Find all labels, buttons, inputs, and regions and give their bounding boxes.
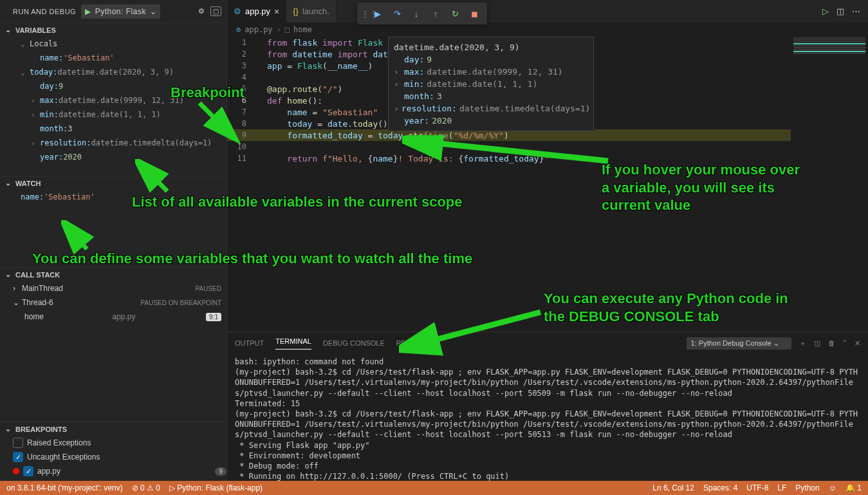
status-encoding[interactable]: UTF-8: [746, 483, 768, 492]
new-terminal-icon[interactable]: ＋: [799, 339, 806, 348]
editor-tab[interactable]: {}launch.: [286, 0, 337, 23]
chevron-down-icon: ⌄: [3, 26, 13, 34]
close-icon[interactable]: ×: [274, 7, 279, 16]
restart-button[interactable]: ↻: [446, 5, 464, 22]
breakpoint-row[interactable]: Raised Exceptions: [0, 436, 226, 450]
terminal-selector[interactable]: 1: Python Debug Console ⌄: [687, 337, 791, 350]
watch-title: WATCH: [15, 180, 41, 187]
line-number[interactable]: 5: [227, 84, 253, 93]
breakpoints-section[interactable]: ⌄ BREAKPOINTS: [0, 422, 226, 436]
breakpoint-dot-icon: [13, 468, 19, 474]
variable-row[interactable]: day: 9: [0, 79, 226, 93]
variable-row[interactable]: ›resolution: datetime.timedelta(days=1): [0, 136, 226, 150]
status-feedback-icon[interactable]: ☺: [829, 483, 836, 492]
gear-icon[interactable]: ⚙: [198, 7, 205, 15]
variable-row[interactable]: name: 'Sebastian': [0, 51, 226, 65]
line-number[interactable]: 4: [227, 73, 253, 82]
breakpoint-row[interactable]: ✓Uncaught Exceptions: [0, 450, 226, 464]
panel-tab[interactable]: OUTPUT: [235, 339, 264, 347]
breadcrumb[interactable]: ⚙ app.py › ⬚ home: [227, 23, 868, 37]
callstack-title: CALL STACK: [15, 271, 60, 279]
tab-label: launch.: [302, 6, 329, 16]
breadcrumb-file[interactable]: app.py: [245, 25, 272, 34]
status-notifications-icon[interactable]: 🔔 1: [845, 483, 862, 492]
debug-toolbar[interactable]: ⋮⋮ ▶ ↷ ↓ ↑ ↻ ◼: [357, 3, 487, 24]
callstack-row[interactable]: homeapp.py 9:1: [0, 310, 226, 324]
variable-row[interactable]: ›max: datetime.date(9999, 12, 31): [0, 93, 226, 107]
status-indent[interactable]: Spaces: 4: [703, 483, 737, 492]
status-python-env[interactable]: on 3.8.1 64-bit ('my-project': venv): [6, 483, 123, 492]
chevron-down-icon: ⌄: [150, 7, 157, 16]
more-icon[interactable]: ⋯: [852, 6, 860, 16]
line-number[interactable]: 3: [227, 61, 253, 70]
panel-tab[interactable]: TERMINAL: [275, 337, 311, 350]
watch-row[interactable]: name: 'Sebastian': [0, 190, 226, 204]
debug-console-toggle-icon[interactable]: ▢: [210, 6, 222, 16]
checkbox[interactable]: ✓: [13, 452, 23, 462]
run-debug-header: RUN AND DEBUG ▶ Python: Flask ⌄ ⚙ ▢: [0, 0, 226, 23]
step-over-button[interactable]: ↷: [388, 5, 406, 22]
breakpoint-row[interactable]: ✓app.py9: [0, 464, 226, 478]
debug-sidebar: RUN AND DEBUG ▶ Python: Flask ⌄ ⚙ ▢ ⌄ VA…: [0, 0, 227, 481]
line-number[interactable]: 6: [227, 96, 253, 105]
code-editor[interactable]: datetime.date(2020, 3, 9) day: 9›max: da…: [227, 37, 868, 172]
panel-tab[interactable]: DEBUG CONSOLE: [323, 339, 385, 347]
line-number[interactable]: 9: [227, 131, 253, 140]
variable-row[interactable]: month: 3: [0, 122, 226, 136]
line-number[interactable]: 8: [227, 119, 253, 128]
line-number[interactable]: 10: [227, 142, 253, 151]
callstack-section[interactable]: ⌄ CALL STACK: [0, 267, 226, 281]
watch-section[interactable]: ⌄ WATCH: [0, 176, 226, 190]
breadcrumb-symbol[interactable]: home: [293, 25, 312, 34]
drag-handle-icon[interactable]: ⋮⋮: [361, 9, 367, 19]
checkbox[interactable]: [13, 438, 23, 448]
code-line[interactable]: 10: [227, 141, 868, 153]
stop-button[interactable]: ◼: [465, 5, 483, 22]
tab-label: app.py: [245, 6, 270, 16]
status-problems[interactable]: ⊘ 0 ⚠ 0: [132, 483, 160, 492]
start-debug-icon[interactable]: ▶: [85, 7, 91, 16]
split-editor-icon[interactable]: ◫: [836, 6, 844, 16]
callstack-row[interactable]: ›MainThreadPAUSED: [0, 281, 226, 295]
chevron-up-icon[interactable]: ˄: [843, 339, 847, 348]
scope-label: Locals: [30, 39, 57, 48]
variable-row[interactable]: ›min: datetime.date(1, 1, 1): [0, 107, 226, 122]
panel: OUTPUTTERMINALDEBUG CONSOLEPROBLEMS 1: P…: [227, 332, 868, 481]
variable-row[interactable]: ⌄today: datetime.date(2020, 3, 9): [0, 65, 226, 79]
editor-tabs: ⚙app.py×{}launch. ▷ ◫ ⋯: [227, 0, 868, 23]
panel-actions: 1: Python Debug Console ⌄ ＋ ◫ 🗑 ˄ ✕: [687, 337, 860, 350]
line-number[interactable]: 7: [227, 107, 253, 117]
checkbox[interactable]: ✓: [23, 466, 33, 476]
chevron-down-icon: ⌄: [3, 270, 13, 279]
launch-config-name: Python: Flask: [95, 7, 146, 16]
run-icon[interactable]: ▷: [822, 6, 829, 16]
status-launch-target[interactable]: ▷ Python: Flask (flask-app): [169, 483, 263, 492]
continue-button[interactable]: ▶: [369, 5, 387, 22]
minimap[interactable]: [791, 37, 868, 185]
expand-icon: ›: [31, 139, 40, 147]
code-line[interactable]: 11 return f"Hello, {name}! Today is: {fo…: [227, 153, 868, 164]
kill-terminal-icon[interactable]: 🗑: [828, 339, 835, 347]
variable-row[interactable]: year: 2020: [0, 150, 226, 164]
editor-actions: ▷ ◫ ⋯: [815, 0, 868, 23]
scope-locals[interactable]: ⌄ Locals: [0, 37, 226, 51]
split-terminal-icon[interactable]: ◫: [814, 339, 820, 348]
status-language[interactable]: Python: [795, 483, 819, 492]
step-into-button[interactable]: ↓: [407, 5, 425, 22]
status-eol[interactable]: LF: [777, 483, 786, 492]
step-out-button[interactable]: ↑: [427, 5, 445, 22]
line-number[interactable]: 1: [227, 38, 253, 47]
variables-section[interactable]: ⌄ VARIABLES: [0, 23, 226, 37]
line-number[interactable]: 2: [227, 50, 253, 59]
launch-config-selector[interactable]: ▶ Python: Flask ⌄: [81, 5, 160, 19]
close-panel-icon[interactable]: ✕: [854, 339, 860, 348]
panel-tab[interactable]: PROBLEMS: [396, 339, 436, 347]
run-debug-title: RUN AND DEBUG: [13, 8, 76, 15]
status-cursor-pos[interactable]: Ln 6, Col 12: [652, 483, 694, 492]
callstack-row[interactable]: ⌄Thread-6PAUSED ON BREAKPOINT: [0, 295, 226, 310]
terminal-output[interactable]: bash: ipython: command not found (my-pro…: [227, 354, 868, 481]
editor-tab[interactable]: ⚙app.py×: [227, 0, 286, 23]
hover-header: datetime.date(2020, 3, 9): [394, 41, 588, 53]
line-number[interactable]: 11: [227, 154, 253, 163]
expand-icon: ⌄: [21, 68, 30, 77]
